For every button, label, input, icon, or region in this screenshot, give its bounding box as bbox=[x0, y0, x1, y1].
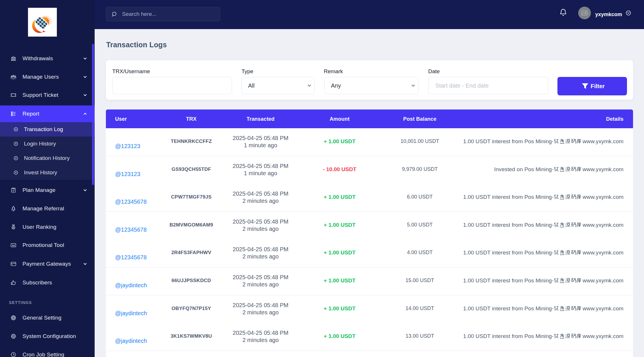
svg-text:Ad: Ad bbox=[12, 244, 15, 247]
